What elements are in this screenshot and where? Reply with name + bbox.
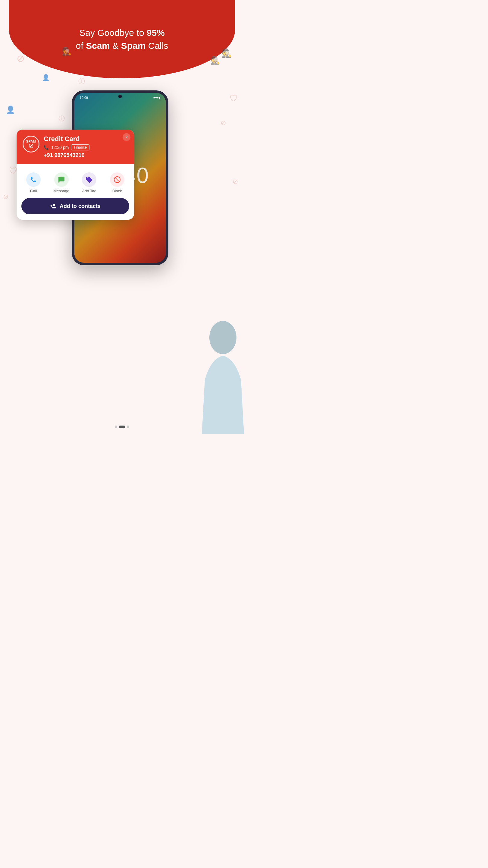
notification-title: Credit Card bbox=[44, 135, 128, 143]
call-label: Call bbox=[30, 189, 37, 193]
dot-2-active bbox=[119, 426, 125, 428]
headline-text: Say Goodbye to 95% of Scam & Spam Calls bbox=[76, 26, 168, 53]
status-time: 10:09 bbox=[80, 96, 88, 100]
svg-point-2 bbox=[209, 321, 236, 354]
notification-header: SPAM ⊘ Credit Card 📞 12:30 pm Finance +9… bbox=[17, 130, 134, 164]
call-action-button[interactable]: Call bbox=[23, 173, 44, 193]
tag-icon-circle bbox=[82, 173, 96, 187]
person-image bbox=[187, 313, 244, 434]
page-indicator bbox=[115, 426, 129, 428]
add-tag-action-button[interactable]: Add Tag bbox=[78, 173, 100, 193]
message-icon-circle bbox=[54, 173, 69, 187]
dot-1 bbox=[115, 426, 117, 428]
add-to-contacts-button[interactable]: Add to contacts bbox=[22, 198, 129, 214]
call-icon-circle bbox=[26, 173, 41, 187]
spam-badge: SPAM ⊘ bbox=[23, 135, 39, 153]
svg-line-1 bbox=[115, 178, 119, 182]
notification-time: 12:30 pm bbox=[51, 145, 69, 150]
notification-phone-number: +91 9876543210 bbox=[44, 152, 128, 158]
block-action-button[interactable]: Block bbox=[107, 173, 128, 193]
block-icon-circle bbox=[110, 173, 124, 187]
notification-card: SPAM ⊘ Credit Card 📞 12:30 pm Finance +9… bbox=[17, 130, 134, 220]
message-label: Message bbox=[53, 189, 69, 193]
dot-3 bbox=[127, 426, 129, 428]
phone-notch bbox=[119, 95, 122, 98]
add-contacts-label: Add to contacts bbox=[60, 203, 101, 210]
status-icons: ▾▾▾▮ bbox=[153, 96, 161, 100]
add-tag-label: Add Tag bbox=[82, 189, 96, 193]
action-buttons-row: Call Message Add Tag bbox=[17, 167, 134, 197]
hero-arc: Say Goodbye to 95% of Scam & Spam Calls bbox=[9, 0, 235, 79]
add-contact-icon bbox=[50, 203, 57, 210]
notification-category: Finance bbox=[71, 144, 90, 150]
block-label: Block bbox=[112, 189, 122, 193]
notification-time-row: 📞 12:30 pm Finance bbox=[44, 144, 128, 150]
close-button[interactable]: × bbox=[123, 133, 130, 141]
notification-info: Credit Card 📞 12:30 pm Finance +91 98765… bbox=[44, 135, 128, 158]
serrated-divider bbox=[17, 164, 134, 167]
call-icon: 📞 bbox=[44, 145, 49, 150]
message-action-button[interactable]: Message bbox=[51, 173, 72, 193]
